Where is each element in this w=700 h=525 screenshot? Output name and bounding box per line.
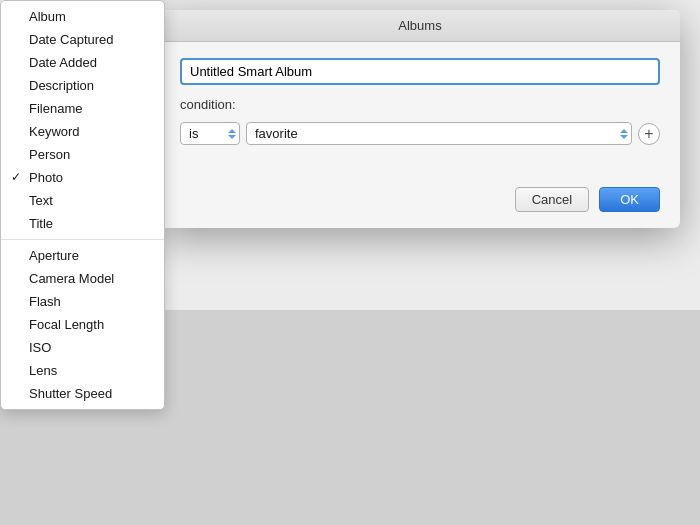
menu-item-flash[interactable]: Flash (1, 290, 164, 313)
menu-item-shutter-speed[interactable]: Shutter Speed (1, 382, 164, 405)
album-name-input[interactable] (180, 58, 660, 85)
dropdown-menu: Album Date Captured Date Added Descripti… (0, 0, 165, 410)
condition-label: condition: (180, 97, 660, 112)
smart-album-dialog: Albums condition: is favorite (160, 10, 680, 228)
menu-item-album[interactable]: Album (1, 5, 164, 28)
dialog-title: Albums (398, 18, 441, 33)
is-select[interactable]: is (180, 122, 240, 145)
dialog-titlebar: Albums (160, 10, 680, 42)
menu-item-keyword[interactable]: Keyword (1, 120, 164, 143)
menu-item-person[interactable]: Person (1, 143, 164, 166)
condition-row: is favorite + (180, 122, 660, 145)
cancel-button[interactable]: Cancel (515, 187, 589, 212)
add-condition-button[interactable]: + (638, 123, 660, 145)
menu-divider (1, 239, 164, 240)
menu-item-description[interactable]: Description (1, 74, 164, 97)
menu-item-title[interactable]: Title (1, 212, 164, 235)
dialog-footer: Cancel OK (160, 177, 680, 228)
menu-item-camera-model[interactable]: Camera Model (1, 267, 164, 290)
favorite-select[interactable]: favorite (246, 122, 632, 145)
menu-item-text[interactable]: Text (1, 189, 164, 212)
menu-item-photo[interactable]: Photo (1, 166, 164, 189)
favorite-select-wrapper: favorite (246, 122, 632, 145)
menu-item-focal-length[interactable]: Focal Length (1, 313, 164, 336)
menu-item-date-captured[interactable]: Date Captured (1, 28, 164, 51)
menu-item-date-added[interactable]: Date Added (1, 51, 164, 74)
is-select-wrapper: is (180, 122, 240, 145)
ok-button[interactable]: OK (599, 187, 660, 212)
menu-item-iso[interactable]: ISO (1, 336, 164, 359)
menu-item-aperture[interactable]: Aperture (1, 244, 164, 267)
menu-item-lens[interactable]: Lens (1, 359, 164, 382)
menu-item-filename[interactable]: Filename (1, 97, 164, 120)
dialog-body: condition: is favorite (160, 42, 680, 177)
